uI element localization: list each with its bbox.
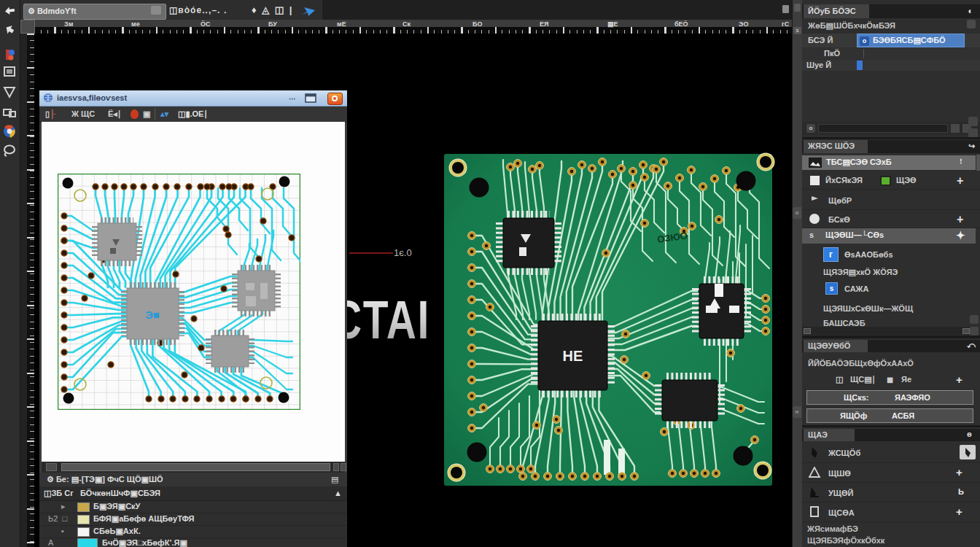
svg-text:HE: HE — [563, 348, 583, 364]
svg-text:Э■: Э■ — [145, 309, 160, 321]
